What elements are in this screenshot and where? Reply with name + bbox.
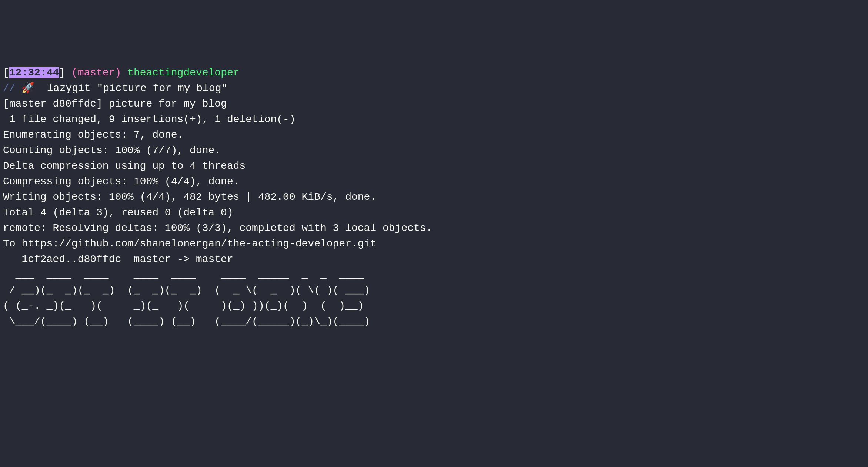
output-commit: [master d80ffdc] picture for my blog <box>3 96 865 112</box>
output-enumerating: Enumerating objects: 7, done. <box>3 127 865 143</box>
bracket-close: ] <box>59 67 65 78</box>
ascii-art-line-4: \___/(____) (__) (____) (__) (____/(____… <box>3 314 865 329</box>
command-text: lazygit "picture for my blog" <box>34 83 227 94</box>
output-changes: 1 file changed, 9 insertions(+), 1 delet… <box>3 112 865 127</box>
ascii-art-line-2: / __)(_ _)(_ _) (_ _)(_ _) ( _ \( _ )( \… <box>3 283 865 298</box>
output-writing: Writing objects: 100% (4/4), 482 bytes |… <box>3 189 865 205</box>
output-counting: Counting objects: 100% (7/7), done. <box>3 143 865 158</box>
output-total: Total 4 (delta 3), reused 0 (delta 0) <box>3 205 865 221</box>
ascii-art-line-1: ___ ____ ____ ____ ____ ____ _____ _ _ _… <box>3 267 865 283</box>
directory-name: theactingdeveloper <box>121 67 239 78</box>
rocket-icon: 🚀 <box>21 83 34 94</box>
ascii-art-line-3: ( (_-. _)(_ )( _)(_ )( )(_) ))(_)( ) ( )… <box>3 298 865 314</box>
prompt-line: [12:32:44] (master) theactingdeveloper <box>3 65 865 81</box>
timestamp: 12:32:44 <box>9 67 59 78</box>
command-line: // 🚀 lazygit "picture for my blog" <box>3 81 865 96</box>
output-to: To https://github.com/shanelonergan/the-… <box>3 236 865 252</box>
output-remote: remote: Resolving deltas: 100% (3/3), co… <box>3 221 865 236</box>
branch-paren-open: ( <box>65 67 78 78</box>
output-delta: Delta compression using up to 4 threads <box>3 158 865 174</box>
output-compressing: Compressing objects: 100% (4/4), done. <box>3 174 865 189</box>
terminal-output[interactable]: [12:32:44] (master) theactingdeveloper//… <box>3 65 865 329</box>
bracket-open: [ <box>3 67 9 78</box>
git-branch: master <box>78 67 115 78</box>
branch-paren-close: ) <box>115 67 121 78</box>
output-refs: 1cf2aed..d80ffdc master -> master <box>3 252 865 267</box>
command-prefix: // <box>3 83 21 94</box>
